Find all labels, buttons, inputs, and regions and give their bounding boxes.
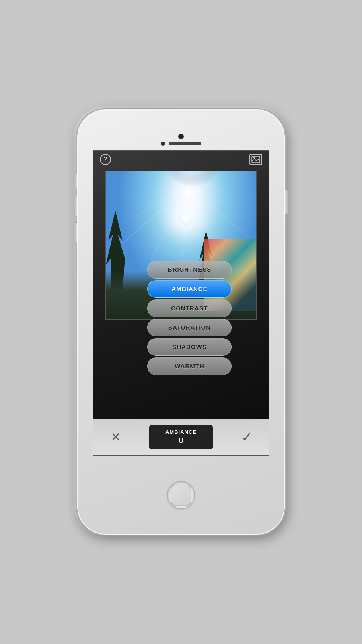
contrast-menu-item[interactable]: CONTRAST (147, 299, 232, 317)
phone-frame: ? (76, 109, 286, 535)
silent-switch[interactable] (74, 174, 77, 188)
speaker-grille (169, 142, 201, 145)
ambiance-menu-item[interactable]: AMBIANCE (147, 280, 232, 298)
adjustment-menu: BRIGHTNESS AMBIANCE CONTRAST SATURATION … (147, 260, 232, 376)
phone-top (77, 109, 285, 150)
home-button-inner (171, 485, 191, 506)
cancel-button[interactable]: ✕ (105, 427, 125, 447)
warmth-menu-item[interactable]: WARMTH (147, 357, 232, 375)
shadows-menu-item[interactable]: SHADOWS (147, 338, 232, 356)
power-button[interactable] (285, 190, 288, 214)
bottom-toolbar: ✕ AMBIANCE 0 ✓ (93, 419, 269, 455)
home-button[interactable] (167, 481, 195, 509)
mode-value: 0 (179, 436, 183, 445)
volume-down-button[interactable] (74, 222, 77, 242)
top-bar: ? (93, 154, 269, 165)
help-button[interactable]: ? (100, 154, 111, 165)
front-camera (178, 134, 184, 139)
speaker-row (161, 142, 201, 146)
mode-display: AMBIANCE 0 (149, 425, 213, 449)
volume-up-button[interactable] (74, 196, 77, 216)
brightness-menu-item[interactable]: BRIGHTNESS (147, 261, 232, 279)
image-picker-button[interactable] (249, 154, 262, 165)
front-sensor (161, 142, 165, 146)
mode-label: AMBIANCE (165, 429, 197, 435)
app-background: ? (93, 151, 269, 455)
saturation-menu-item[interactable]: SATURATION (147, 319, 232, 336)
image-picker-icon (251, 156, 260, 163)
confirm-button[interactable]: ✓ (237, 427, 257, 447)
phone-bottom (167, 456, 195, 535)
phone-screen: ? (93, 150, 269, 456)
